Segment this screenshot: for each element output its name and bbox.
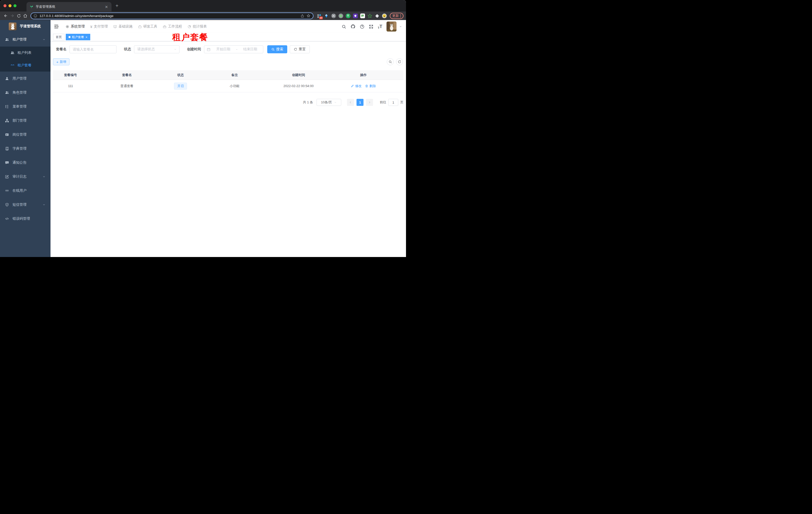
sidebar-item-audit-log[interactable]: 审计日志 — [0, 170, 51, 184]
status-label: 状态 — [124, 47, 131, 52]
col-header-status: 状态 — [166, 70, 195, 80]
sidebar-item-sms-management[interactable]: 短信管理 — [0, 198, 51, 212]
sidebar-item-dept-management[interactable]: 部门管理 — [0, 114, 51, 128]
extension-bar: 10 Y — [317, 13, 387, 18]
zoom-window-button[interactable] — [13, 4, 17, 7]
extension-y-icon[interactable]: Y — [346, 13, 350, 18]
edit-link[interactable]: 修改 — [351, 84, 361, 88]
back-icon[interactable] — [2, 13, 9, 18]
online-signal-icon — [5, 189, 9, 193]
browser-tab[interactable]: 芋道管理系统 ✕ — [27, 2, 112, 11]
nav-item-report[interactable]: 统计报表 — [185, 20, 209, 33]
page-size-select[interactable]: 10条/页 — [317, 99, 341, 106]
delete-link[interactable]: 删除 — [365, 84, 376, 88]
chevron-down-icon — [42, 203, 46, 206]
avatar[interactable] — [386, 22, 397, 31]
table-toolbar: + 新增 — [53, 58, 404, 65]
forward-icon[interactable] — [9, 13, 16, 18]
bookmark-star-icon[interactable] — [307, 14, 311, 18]
page-number-1[interactable]: 1 — [356, 99, 364, 106]
prev-page-button[interactable] — [347, 99, 354, 106]
home-icon[interactable] — [22, 13, 29, 18]
dictionary-icon — [5, 147, 9, 151]
new-tab-button[interactable]: + — [116, 3, 118, 9]
extension-chat-icon[interactable] — [360, 13, 365, 18]
sidebar-item-menu-management[interactable]: 菜单管理 — [0, 100, 51, 114]
app-logo-row[interactable]: 芋道管理系统 — [0, 20, 51, 32]
sidebar-item-errcode-management[interactable]: 错误码管理 — [0, 212, 51, 226]
reload-icon[interactable] — [16, 14, 22, 18]
toolbox-icon — [138, 25, 142, 29]
nav-item-pay[interactable]: ¥ 支付管理 — [87, 20, 111, 33]
extension-tabs-icon[interactable]: 10 — [317, 13, 321, 18]
date-range-picker[interactable]: 开始日期 - 结束日期 — [204, 45, 263, 53]
chrome-update-button[interactable]: 更新 — [390, 13, 404, 19]
goto-label: 前往 — [380, 100, 386, 105]
browser-menu-icon[interactable] — [400, 14, 401, 18]
shield-check-icon — [5, 203, 9, 207]
fullscreen-icon[interactable] — [369, 24, 374, 29]
plus-icon: + — [56, 60, 58, 64]
site-info-icon[interactable] — [33, 14, 37, 18]
end-date-placeholder[interactable]: 结束日期 — [240, 47, 261, 52]
reset-button[interactable]: 重置 — [290, 45, 310, 53]
toggle-search-button[interactable] — [387, 58, 394, 65]
extension-command-icon[interactable] — [331, 13, 336, 18]
extension-shield-icon[interactable] — [353, 13, 358, 18]
share-icon[interactable] — [300, 14, 304, 18]
package-name-input-wrap — [69, 45, 116, 53]
extension-emoji-icon[interactable] — [382, 13, 387, 18]
url-text[interactable]: 127.0.0.1:48080/admin-ui/system/tenant/p… — [39, 14, 298, 18]
chevron-down-icon — [174, 48, 177, 51]
nav-item-devtools[interactable]: 研发工具 — [135, 20, 160, 33]
nav-item-system[interactable]: 系统管理 — [63, 20, 87, 33]
glasses-icon — [10, 63, 14, 67]
nav-item-infra[interactable]: 基础设施 — [111, 20, 135, 33]
tab-close-icon[interactable]: ✕ — [104, 5, 109, 9]
chevron-down-icon — [334, 101, 337, 104]
tag-home[interactable]: 首页 — [53, 34, 64, 40]
sidebar-item-tenant-management[interactable]: 租户管理 — [0, 32, 51, 47]
extension-recorder-icon[interactable] — [338, 13, 343, 18]
monitor-icon — [113, 25, 117, 29]
add-button[interactable]: + 新增 — [53, 58, 69, 65]
extension-star-icon[interactable] — [367, 13, 372, 18]
app-title: 芋道管理系统 — [20, 24, 41, 29]
sidebar-item-tenant-package[interactable]: 租户套餐 — [0, 59, 51, 72]
chevron-down-icon[interactable] — [399, 25, 402, 28]
nav-item-workflow[interactable]: 工作流程 — [160, 20, 185, 33]
search-button[interactable]: 搜索 — [267, 45, 287, 53]
refresh-table-button[interactable] — [396, 58, 403, 65]
close-window-button[interactable] — [3, 4, 6, 7]
sidebar-item-tenant-list[interactable]: 租户列表 — [0, 47, 51, 59]
tag-tenant-package[interactable]: 租户套餐 × — [66, 34, 90, 40]
address-bar[interactable]: 127.0.0.1:48080/admin-ui/system/tenant/p… — [30, 12, 314, 19]
close-tag-icon[interactable]: × — [86, 35, 87, 39]
next-page-button[interactable] — [366, 99, 373, 106]
github-icon[interactable] — [350, 24, 355, 29]
sidebar-item-notice[interactable]: 通知公告 — [0, 156, 51, 170]
extension-kite-icon[interactable] — [324, 13, 329, 18]
pagination: 共 1 条 10条/页 1 前往 页 — [53, 99, 404, 106]
traffic-lights — [3, 4, 17, 7]
package-name-input[interactable] — [73, 47, 113, 51]
cell-remark: 小功能 — [195, 80, 274, 92]
goto-page-input[interactable] — [388, 99, 398, 106]
browser-window: 芋道管理系统 ✕ + 127.0.0.1:48080/admin-ui/syst… — [0, 0, 406, 257]
chevron-down-icon — [42, 175, 46, 178]
minimize-window-button[interactable] — [8, 4, 11, 7]
sidebar-item-dict-management[interactable]: 字典管理 — [0, 142, 51, 156]
status-select[interactable]: 请选择状态 — [134, 45, 179, 53]
search-icon[interactable] — [342, 24, 346, 29]
sidebar-item-role-management[interactable]: 角色管理 — [0, 86, 51, 100]
sidebar-item-online-users[interactable]: 在线用户 — [0, 184, 51, 198]
users-icon — [5, 90, 9, 94]
sidebar-item-user-management[interactable]: 用户管理 — [0, 72, 51, 86]
start-date-placeholder[interactable]: 开始日期 — [213, 47, 234, 52]
extension-puzzle-icon[interactable] — [375, 13, 379, 18]
collapse-sidebar-icon[interactable] — [54, 24, 59, 29]
help-icon[interactable] — [360, 24, 365, 29]
tags-view-bar: 首页 租户套餐 × — [51, 33, 406, 41]
sidebar-item-post-management[interactable]: 岗位管理 — [0, 128, 51, 142]
font-size-icon[interactable]: TT — [378, 24, 382, 29]
